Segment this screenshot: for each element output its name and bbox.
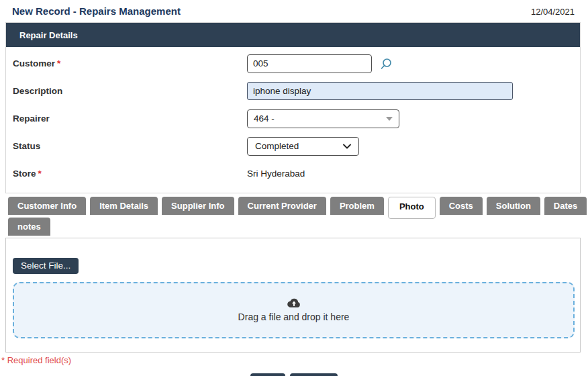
tabs-row-2: notes [8, 218, 581, 236]
customer-label-text: Customer [13, 58, 55, 68]
tab-solution[interactable]: Solution [487, 197, 540, 215]
tab-problem[interactable]: Problem [330, 197, 384, 215]
repairer-dropdown[interactable]: 464 - [247, 109, 399, 128]
chevron-down-icon [343, 141, 351, 151]
store-required-mark: * [38, 169, 42, 179]
store-label-text: Store [13, 169, 36, 179]
description-label: Description [6, 86, 247, 96]
status-select[interactable]: Completed [247, 137, 359, 156]
tabs-row-1: Customer Info Item Details Supplier Info… [8, 197, 581, 215]
page-title: New Record - Repairs Management [12, 5, 181, 17]
tab-current-provider[interactable]: Current Provider [238, 197, 326, 215]
required-fields-note: * Required field(s) [1, 355, 588, 365]
photo-tab-panel: Select File... Drag a file and drop it h… [5, 238, 581, 352]
tab-costs[interactable]: Costs [440, 197, 483, 215]
dropzone-text: Drag a file and drop it here [238, 312, 350, 322]
cloud-upload-icon [287, 298, 301, 311]
file-dropzone[interactable]: Drag a file and drop it here [13, 282, 575, 338]
tab-notes[interactable]: notes [8, 218, 50, 236]
status-row: Status Completed [6, 132, 580, 160]
tabs-bar: Customer Info Item Details Supplier Info… [8, 197, 581, 236]
cancel-button[interactable]: Cancel [290, 373, 337, 376]
tab-supplier-info[interactable]: Supplier Info [162, 197, 234, 215]
caret-down-icon [386, 117, 393, 121]
customer-row: Customer* [6, 50, 580, 77]
repairer-row: Repairer 464 - [6, 105, 580, 132]
repairer-selected-value: 464 - [254, 113, 275, 124]
page-header: New Record - Repairs Management 12/04/20… [0, 0, 588, 22]
store-value: Sri Hyderabad [247, 169, 305, 179]
page-date: 12/04/2021 [531, 5, 575, 17]
status-selected-value: Completed [255, 141, 299, 151]
customer-required-mark: * [57, 58, 60, 68]
customer-label: Customer* [6, 58, 247, 68]
store-label: Store* [6, 169, 247, 179]
tab-customer-info[interactable]: Customer Info [8, 197, 86, 215]
store-row: Store* Sri Hyderabad [6, 160, 580, 187]
panel-header: Repair Details [6, 23, 580, 47]
customer-search-button[interactable] [379, 56, 393, 71]
repairer-label: Repairer [6, 113, 247, 124]
tab-photo[interactable]: Photo [388, 197, 436, 219]
repair-form: Customer* Description Repairer 464 - [6, 47, 580, 193]
description-row: Description [6, 77, 580, 105]
tab-dates[interactable]: Dates [544, 197, 587, 215]
action-buttons: Add Cancel [0, 373, 588, 376]
search-icon [379, 63, 393, 73]
status-label: Status [6, 141, 247, 151]
description-input[interactable] [247, 82, 513, 100]
select-file-button[interactable]: Select File... [13, 258, 79, 274]
customer-input[interactable] [247, 54, 372, 73]
repair-details-panel: Repair Details Customer* Description Rep… [5, 22, 581, 193]
add-button[interactable]: Add [250, 373, 285, 376]
tab-item-details[interactable]: Item Details [90, 197, 158, 215]
